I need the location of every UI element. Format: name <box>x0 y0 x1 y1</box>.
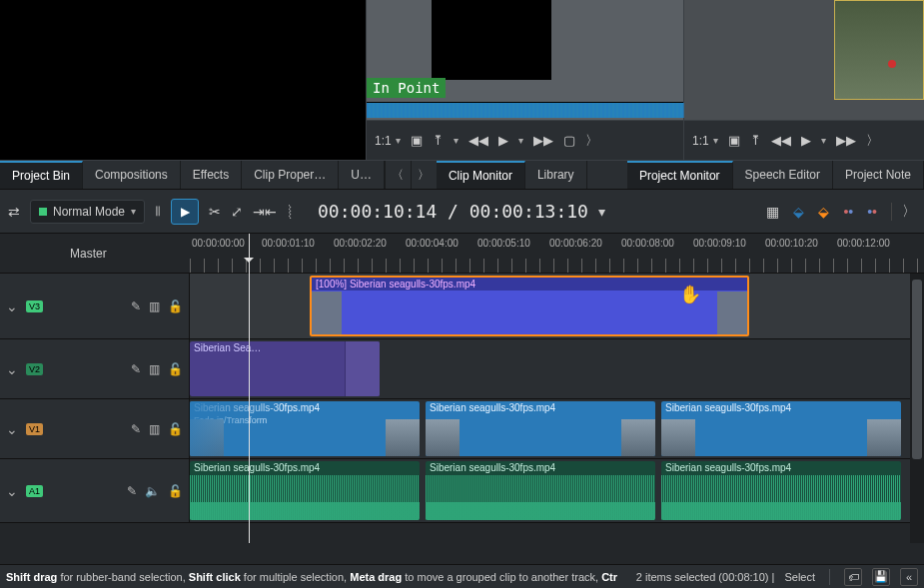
select-mode-label[interactable]: Select <box>784 571 815 583</box>
track-header-v2[interactable]: ⌄ V2 ✎ ▥ 🔓 <box>0 339 190 398</box>
tab-project-bin[interactable]: Project Bin <box>0 161 83 189</box>
panel-tabs: Project Bin Compositions Effects Clip Pr… <box>0 160 924 190</box>
track-badge: V3 <box>26 300 43 312</box>
expand-icon[interactable]: ▾ <box>454 135 459 146</box>
visibility-icon[interactable]: ▥ <box>149 422 160 436</box>
clip-monitor-scrubber[interactable] <box>367 102 683 118</box>
tab-project-monitor[interactable]: Project Monitor <box>627 161 733 189</box>
mixer-icon[interactable]: ⬙ <box>793 204 804 220</box>
lock-icon[interactable]: 🔓 <box>168 484 183 498</box>
crop-icon[interactable]: ▢ <box>563 133 575 148</box>
project-monitor-thumbnail <box>834 0 924 100</box>
effects-icon[interactable]: ✎ <box>131 362 141 376</box>
tab-effects[interactable]: Effects <box>181 161 242 189</box>
tab-library[interactable]: Library <box>525 161 587 189</box>
lock-icon[interactable]: 🔓 <box>168 299 183 313</box>
effects-icon[interactable]: ✎ <box>131 299 141 313</box>
fullscreen-icon[interactable]: ▣ <box>411 133 423 148</box>
favorite-icon[interactable]: ▦ <box>766 204 779 220</box>
tab-clip-properties[interactable]: Clip Proper… <box>242 161 339 189</box>
project-monitor-preview[interactable]: 1:1 ▾ ▣ ⤒ ◀◀ ▶ ▾ ▶▶ 〉 <box>684 0 924 160</box>
back-icon[interactable]: « <box>900 568 918 586</box>
play-icon[interactable]: ▶ <box>498 133 508 148</box>
track-header-v3[interactable]: ⌄ V3 ✎ ▥ 🔓 <box>0 274 190 338</box>
track-badge: V1 <box>26 423 43 435</box>
overflow-icon[interactable]: 〉 <box>891 203 916 221</box>
play-options-icon[interactable]: ▾ <box>518 135 523 146</box>
clip-a1-2[interactable]: Siberian seagulls-30fps.mp4 <box>426 461 655 520</box>
track-header-a1[interactable]: ⌄ A1 ✎ 🔈 🔓 <box>0 459 190 522</box>
edit-mode-selector[interactable]: Normal Mode▾ <box>30 200 145 224</box>
forward-icon[interactable]: ▶▶ <box>836 133 856 148</box>
zoom-ratio-left[interactable]: 1:1 ▾ <box>375 134 401 148</box>
ripple-icon[interactable]: ⦚ <box>287 204 294 220</box>
timeline-vertical-scrollbar[interactable] <box>910 274 924 543</box>
spacer-icon[interactable]: ⤢ <box>231 204 243 220</box>
tab-undo[interactable]: U… <box>339 161 385 189</box>
rewind-icon[interactable]: ◀◀ <box>771 133 791 148</box>
track-body-v1[interactable]: Siberian seagulls-30fps.mp4 Fade in/Tran… <box>190 399 910 458</box>
visibility-icon[interactable]: ▥ <box>149 299 160 313</box>
tab-scroll-left-icon[interactable]: 〈 <box>385 161 411 189</box>
zoom-ratio-right[interactable]: 1:1 ▾ <box>692 134 718 148</box>
play-button[interactable]: ▶ <box>171 199 199 225</box>
forward-icon[interactable]: ▶▶ <box>533 133 553 148</box>
clip-a1-1[interactable]: Siberian seagulls-30fps.mp4 <box>190 461 420 520</box>
collapse-icon[interactable]: ⌄ <box>6 421 18 437</box>
in-point-marker[interactable]: In Point <box>367 78 446 98</box>
play-icon[interactable]: ▶ <box>801 133 811 148</box>
clip-v1-2[interactable]: Siberian seagulls-30fps.mp4 <box>426 401 655 456</box>
clip-v2[interactable]: Siberian Sea… <box>190 341 380 396</box>
tab-clip-monitor[interactable]: Clip Monitor <box>437 161 525 189</box>
timecode-display[interactable]: 00:00:10:14 / 00:00:13:10 <box>318 201 588 222</box>
selection-info: 2 items selected (00:08:10) | <box>636 571 775 583</box>
markers-icon[interactable]: •• <box>843 204 853 220</box>
clip-monitor-viewport <box>432 0 551 80</box>
playhead[interactable] <box>249 234 250 543</box>
grab-cursor-icon: ✋ <box>679 284 701 305</box>
track-body-a1[interactable]: Siberian seagulls-30fps.mp4 Siberian sea… <box>190 459 910 522</box>
clip-v1-1[interactable]: Siberian seagulls-30fps.mp4 Fade in/Tran… <box>190 401 420 456</box>
clip-monitor-preview[interactable]: In Point 1:1 ▾ ▣ ⤒ ▾ ◀◀ ▶ ▾ ▶▶ ▢ 〉 <box>367 0 684 160</box>
lock-icon[interactable]: 🔓 <box>168 362 183 376</box>
tab-speech-editor[interactable]: Speech Editor <box>733 161 833 189</box>
tab-project-notes[interactable]: Project Note <box>833 161 924 189</box>
tracks-icon[interactable]: ⦀ <box>155 203 161 220</box>
next-icon[interactable]: 〉 <box>585 132 598 150</box>
next-icon[interactable]: 〉 <box>866 132 879 150</box>
tab-compositions[interactable]: Compositions <box>83 161 181 189</box>
collapse-icon[interactable]: ⌄ <box>6 361 18 377</box>
lock-icon[interactable]: 🔓 <box>168 422 183 436</box>
timecode-options-icon[interactable]: ▾ <box>598 204 605 220</box>
mute-icon[interactable]: 🔈 <box>145 484 160 498</box>
tab-scroll-right-icon[interactable]: 〉 <box>411 161 437 189</box>
clip-a1-3[interactable]: Siberian seagulls-30fps.mp4 <box>661 461 901 520</box>
track-body-v2[interactable]: Siberian Sea… <box>190 339 910 398</box>
timeline[interactable]: Master 00:00:00:00 00:00:01:10 00:00:02:… <box>0 234 924 543</box>
go-start-icon[interactable]: ⤒ <box>750 133 761 148</box>
visibility-icon[interactable]: ▥ <box>149 362 160 376</box>
guides-icon[interactable]: •• <box>867 204 877 220</box>
cut-icon[interactable]: ✂ <box>209 204 221 220</box>
track-header-v1[interactable]: ⌄ V1 ✎ ▥ 🔓 <box>0 399 190 458</box>
snap-icon[interactable]: ⇥⇤ <box>253 204 277 220</box>
fullscreen-icon[interactable]: ▣ <box>728 133 740 148</box>
clip-v1-3[interactable]: Siberian seagulls-30fps.mp4 <box>661 401 901 456</box>
effects-icon[interactable]: ✎ <box>127 484 137 498</box>
mode-label: Normal Mode <box>53 205 125 219</box>
collapse-icon[interactable]: ⌄ <box>6 298 18 314</box>
source-preview-empty <box>0 0 367 160</box>
play-options-icon[interactable]: ▾ <box>821 135 826 146</box>
settings-icon[interactable]: ⇄ <box>8 204 20 220</box>
effects-icon[interactable]: ✎ <box>131 422 141 436</box>
go-start-icon[interactable]: ⤒ <box>433 133 444 148</box>
timeline-ruler[interactable]: 00:00:00:00 00:00:01:10 00:00:02:20 00:0… <box>190 234 924 273</box>
timeline-toolbar: ⇄ Normal Mode▾ ⦀ ▶ ✂ ⤢ ⇥⇤ ⦚ 00:00:10:14 … <box>0 190 924 234</box>
track-body-v3[interactable]: [100%] Siberian seagulls-30fps.mp4 ✋ <box>190 274 910 338</box>
tag-icon[interactable]: 🏷 <box>844 568 862 586</box>
rewind-icon[interactable]: ◀◀ <box>468 133 488 148</box>
track-badge: A1 <box>26 485 43 497</box>
save-icon[interactable]: 💾 <box>872 568 890 586</box>
collapse-icon[interactable]: ⌄ <box>6 483 18 499</box>
tags-icon[interactable]: ⬙ <box>818 204 829 220</box>
